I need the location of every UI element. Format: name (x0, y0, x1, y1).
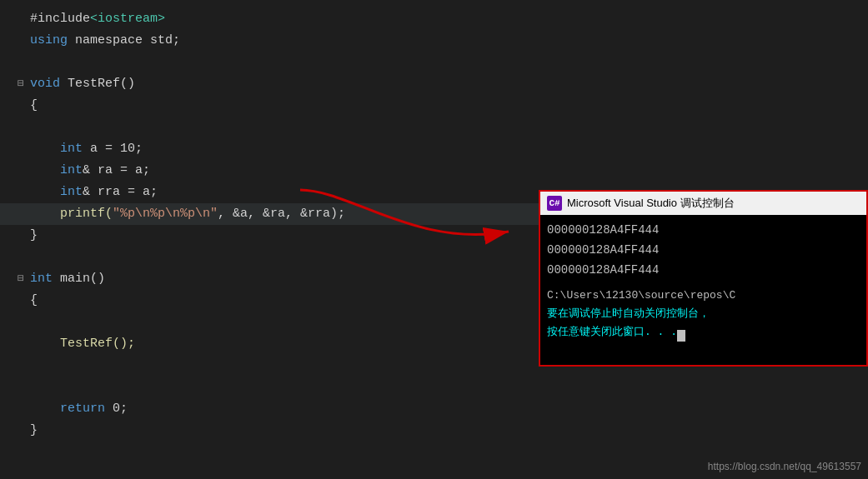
code-line-11: } (0, 225, 559, 247)
code-content (27, 247, 38, 268)
console-titlebar: C# Microsoft Visual Studio 调试控制台 (540, 192, 866, 215)
kw-return: return (60, 402, 105, 416)
preprocessor: #include (30, 12, 90, 26)
code-line-6 (0, 117, 559, 138)
code-line-18 (0, 377, 559, 398)
code-content: #include<iostream> (27, 8, 165, 30)
code-line-3 (0, 52, 559, 73)
console-title: Microsoft Visual Studio 调试控制台 (567, 196, 735, 211)
fn-testref: TestRef(); (60, 337, 135, 351)
console-window: C# Microsoft Visual Studio 调试控制台 0000001… (539, 190, 868, 367)
kw-int: int (60, 142, 83, 156)
code-content (27, 377, 60, 398)
code-content: int a = 10; (27, 138, 143, 160)
kw-using: using (30, 33, 68, 47)
code-content (27, 52, 38, 73)
code-content: using namespace std; (27, 30, 180, 52)
code-line-19: return 0; (0, 398, 559, 420)
code-line-7: int a = 10; (0, 138, 559, 160)
console-output-1: 000000128A4FF444 (547, 220, 860, 240)
code-content (27, 355, 60, 377)
console-output-3: 000000128A4FF444 (547, 260, 860, 280)
code-line-20: } (0, 420, 559, 442)
include-lib: <iostream> (90, 12, 165, 26)
console-app-icon: C# (547, 196, 562, 211)
console-info-1: 要在调试停止时自动关闭控制台， (547, 305, 860, 323)
code-content: void TestRef() (27, 73, 135, 95)
code-editor: #include<iostream> using namespace std; … (0, 0, 559, 479)
kw-void: void (30, 77, 60, 91)
console-info-2: 按任意键关闭此窗口. . . (547, 323, 860, 342)
console-path: C:\Users\12130\source\repos\C (547, 287, 860, 305)
code-content: { (27, 95, 38, 117)
code-line-10: printf("%p\n%p\n%p\n", &a, &ra, &rra); (0, 203, 559, 225)
console-cursor (677, 330, 685, 342)
code-content: int main() (27, 268, 105, 290)
fn-printf: printf( (60, 207, 113, 221)
code-line-1: #include<iostream> (0, 8, 559, 30)
vs-icon-label: C# (549, 198, 559, 208)
code-content: int& rra = a; (27, 182, 158, 203)
kw-int: int (60, 163, 83, 177)
watermark: https://blog.csdn.net/qq_49613557 (708, 461, 861, 472)
code-line-9: int& rra = a; (0, 182, 559, 203)
code-content (27, 312, 60, 333)
code-content: return 0; (27, 398, 128, 420)
code-line-16: TestRef(); (0, 333, 559, 355)
code-line-12 (0, 247, 559, 268)
fmt-string: "%p\n%p\n%p\n" (113, 207, 218, 221)
code-content: printf("%p\n%p\n%p\n", &a, &ra, &rra); (27, 203, 345, 225)
kw-int: int (60, 185, 83, 199)
console-output-2: 000000128A4FF444 (547, 240, 860, 260)
code-line-2: using namespace std; (0, 30, 559, 52)
code-line-5: { (0, 95, 559, 117)
collapse-btn: ⊟ (15, 268, 27, 290)
code-content: } (27, 225, 38, 247)
code-line-4: ⊟ void TestRef() (0, 73, 559, 95)
code-line-14: { (0, 290, 559, 312)
code-content: int& ra = a; (27, 160, 150, 182)
code-content (27, 117, 60, 138)
console-body: 000000128A4FF444 000000128A4FF444 000000… (540, 215, 866, 365)
code-content: } (27, 420, 38, 442)
code-content: TestRef(); (27, 333, 135, 355)
code-line-13: ⊟ int main() (0, 268, 559, 290)
code-line-8: int& ra = a; (0, 160, 559, 182)
code-content: { (27, 290, 38, 312)
code-line-17 (0, 355, 559, 377)
code-line-15 (0, 312, 559, 333)
kw-int: int (30, 272, 53, 286)
collapse-btn: ⊟ (15, 73, 27, 95)
